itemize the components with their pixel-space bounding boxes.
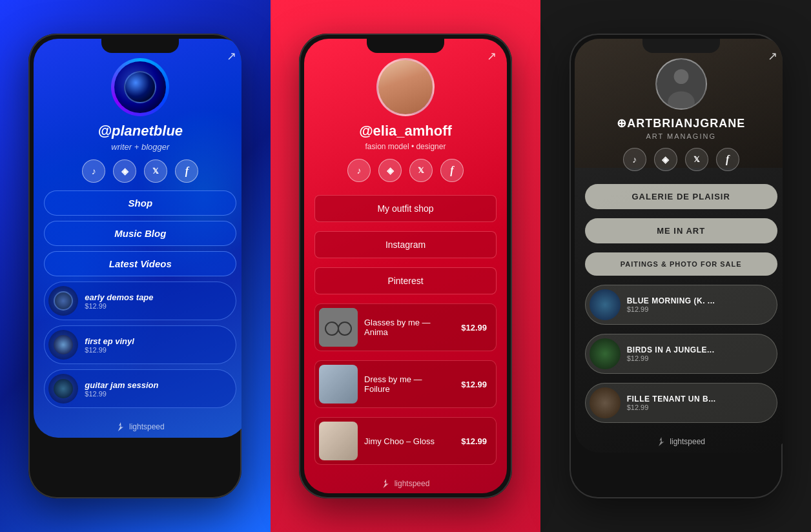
product-thumb-guitar xyxy=(48,374,78,404)
avatar-lens-1 xyxy=(124,71,156,103)
product-name-mutedart: FILLE TENANT UN B... xyxy=(627,394,768,404)
phone-1: ↗ @planetblue writer + blogger Shop Musi… xyxy=(28,34,241,498)
menu-list-1: Shop Music Blog Latest Videos early demo… xyxy=(34,183,241,416)
product-item-shoes[interactable]: Jimy Choo – Gloss $12.99 xyxy=(314,417,497,465)
product-name-shoes: Jimy Choo – Gloss xyxy=(364,436,455,446)
product-item-dress[interactable]: Dress by me —Foilure $12.99 xyxy=(314,360,497,408)
product-name-guitar: guitar jam session xyxy=(85,380,227,390)
footer-3: lightspeed xyxy=(575,431,783,453)
profile-1-username: @planetblue xyxy=(34,123,241,139)
menu-btn-shop[interactable]: Shop xyxy=(44,190,236,216)
lightspeed-flame-2 xyxy=(382,479,391,488)
product-info-greenart: BIRDS IN A JUNGLE... $12.99 xyxy=(627,345,768,362)
twitter-icon-3[interactable] xyxy=(685,148,708,171)
menu-btn-instagram[interactable]: Instagram xyxy=(314,231,497,258)
menu-list-3: GALERIE DE PLAISIR ME IN ART PAITINGS & … xyxy=(575,176,783,431)
product-thumb-tape xyxy=(48,286,78,316)
tiktok-icon-3[interactable] xyxy=(623,148,646,171)
product-item-mutedart[interactable]: FILLE TENANT UN B... $12.99 xyxy=(585,383,777,423)
share-icon-3[interactable]: ↗ xyxy=(768,49,777,63)
lightspeed-flame-3 xyxy=(657,437,666,446)
product-name-vinyl: first ep vinyl xyxy=(85,336,227,346)
notch-1 xyxy=(101,39,179,53)
profile-2-username: @elia_amhoff xyxy=(304,123,507,139)
notch-3 xyxy=(642,39,720,53)
profile-2-bio: fasion model • designer xyxy=(304,142,507,151)
menu-btn-pinterest[interactable]: Pinterest xyxy=(314,267,497,294)
product-price-blueart: $12.99 xyxy=(627,305,768,313)
product-item-vinyl[interactable]: first ep vinyl $12.99 xyxy=(44,325,236,364)
social-icons-1 xyxy=(34,159,241,183)
product-info-shoes: Jimy Choo – Gloss xyxy=(364,436,455,446)
phone-3: ↗ ⊕ARTBRIANJGRANE ART MANAGING xyxy=(570,34,783,498)
panel-dark: ↗ ⊕ARTBRIANJGRANE ART MANAGING xyxy=(540,0,811,532)
product-info-guitar: guitar jam session $12.99 xyxy=(85,380,227,398)
product-item-blueart[interactable]: BLUE MORNING (K. ... $12.99 xyxy=(585,285,777,325)
menu-btn-galerie[interactable]: GALERIE DE PLAISIR xyxy=(585,184,777,209)
product-thumb-blueart xyxy=(590,289,621,320)
product-info-mutedart: FILLE TENANT UN B... $12.99 xyxy=(627,394,768,411)
panel-blue: ↗ @planetblue writer + blogger Shop Musi… xyxy=(0,0,271,532)
product-thumb-glasses xyxy=(319,308,358,347)
product-info-glasses: Glasses by me —Anima xyxy=(364,318,455,337)
share-icon-2[interactable]: ↗ xyxy=(487,49,497,63)
menu-btn-musicblog[interactable]: Music Blog xyxy=(44,221,236,246)
instagram-icon-2[interactable] xyxy=(378,159,402,182)
footer-label-3: lightspeed xyxy=(670,437,705,446)
footer-1: lightspeed xyxy=(34,416,241,438)
product-name-blueart: BLUE MORNING (K. ... xyxy=(627,296,768,305)
product-name-dress: Dress by me —Foilure xyxy=(364,374,455,394)
social-icons-3 xyxy=(575,148,783,171)
product-info-tape: early demos tape $12.99 xyxy=(85,292,227,310)
avatar-3 xyxy=(655,58,707,110)
product-thumb-mutedart xyxy=(590,387,621,418)
footer-label-1: lightspeed xyxy=(129,422,165,431)
menu-btn-latestvideos[interactable]: Latest Videos xyxy=(44,251,236,276)
facebook-icon-1[interactable] xyxy=(175,159,198,183)
facebook-icon-3[interactable] xyxy=(716,148,739,171)
phone-2-screen: ↗ @elia_amhoff fasion model • designer M… xyxy=(304,39,507,493)
product-info-blueart: BLUE MORNING (K. ... $12.99 xyxy=(627,296,768,313)
instagram-icon-1[interactable] xyxy=(113,159,136,183)
product-thumb-shoes xyxy=(319,422,358,460)
product-item-guitar[interactable]: guitar jam session $12.99 xyxy=(44,369,236,408)
menu-btn-meinart[interactable]: ME IN ART xyxy=(585,218,777,243)
product-price-greenart: $12.99 xyxy=(627,354,768,362)
product-name-glasses: Glasses by me —Anima xyxy=(364,318,455,337)
twitter-icon-1[interactable] xyxy=(144,159,167,183)
footer-label-2: lightspeed xyxy=(395,479,430,488)
menu-btn-paintings[interactable]: PAITINGS & PHOTO FOR SALE xyxy=(585,252,777,276)
product-item-greenart[interactable]: BIRDS IN A JUNGLE... $12.99 xyxy=(585,334,777,374)
product-price-tape: $12.99 xyxy=(85,302,227,310)
tiktok-icon-2[interactable] xyxy=(347,159,371,182)
facebook-icon-2[interactable] xyxy=(440,159,464,182)
product-thumb-dress xyxy=(319,365,358,404)
avatar-inner-1 xyxy=(114,61,166,113)
instagram-icon-3[interactable] xyxy=(654,148,677,171)
phone-1-screen: ↗ @planetblue writer + blogger Shop Musi… xyxy=(34,39,241,438)
avatar-3-container xyxy=(575,58,783,110)
product-item-tape[interactable]: early demos tape $12.99 xyxy=(44,281,236,320)
product-price-shoes: $12.99 xyxy=(461,436,487,446)
twitter-icon-2[interactable] xyxy=(409,159,433,182)
product-info-vinyl: first ep vinyl $12.99 xyxy=(85,336,227,354)
social-icons-2 xyxy=(304,159,507,182)
menu-list-2: My outfit shop Instagram Pinterest Glass… xyxy=(304,187,507,473)
phone-2: ↗ @elia_amhoff fasion model • designer M… xyxy=(299,34,512,498)
tiktok-icon-1[interactable] xyxy=(82,159,105,183)
product-thumb-vinyl xyxy=(48,330,78,360)
product-name-greenart: BIRDS IN A JUNGLE... xyxy=(627,345,768,354)
phone-3-screen: ↗ ⊕ARTBRIANJGRANE ART MANAGING xyxy=(575,39,783,453)
share-icon-1[interactable]: ↗ xyxy=(227,49,236,63)
product-price-vinyl: $12.99 xyxy=(85,346,227,354)
menu-btn-outfit[interactable]: My outfit shop xyxy=(314,195,497,222)
product-price-guitar: $12.99 xyxy=(85,390,227,398)
product-name-tape: early demos tape xyxy=(85,292,227,302)
avatar-ring-1 xyxy=(111,58,169,116)
product-price-glasses: $12.99 xyxy=(461,323,487,332)
product-item-glasses[interactable]: Glasses by me —Anima $12.99 xyxy=(314,303,497,351)
product-price-mutedart: $12.99 xyxy=(627,404,768,411)
svg-point-5 xyxy=(673,69,688,84)
avatar-2 xyxy=(376,58,435,116)
avatar-1-container xyxy=(34,58,241,116)
